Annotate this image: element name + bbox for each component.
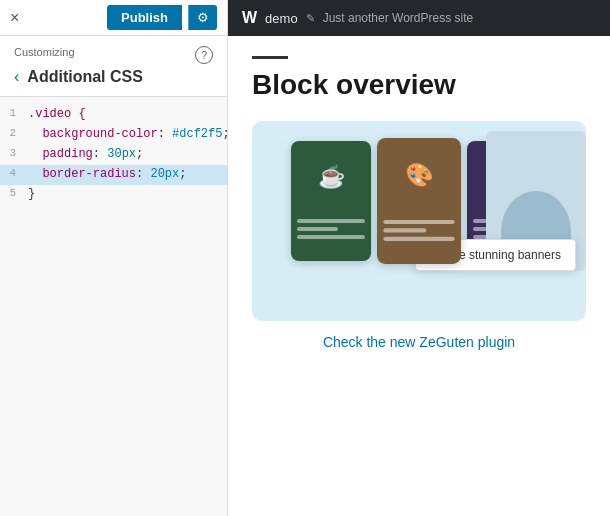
card-text-1 [291,213,371,249]
promo-box: ☕ 🎨 🌙 [252,121,586,321]
code-line-4: 4 border-radius: 20px; [0,165,227,185]
top-bar-actions: Publish ⚙ [107,5,217,30]
line-number: 5 [0,185,24,205]
separator [252,56,288,59]
text-line [383,220,454,224]
line-number: 4 [0,165,24,185]
customizing-label: Customizing [14,46,75,58]
customizing-header: Customizing ? [0,36,227,64]
text-line [297,219,365,223]
code-content: border-radius: 20px; [24,165,227,185]
site-logo: W [242,9,257,27]
code-line-5: 5 } [0,185,227,205]
section-title: Additional CSS [27,68,143,86]
site-description: Just another WordPress site [323,11,474,25]
site-topbar: W demo ✎ Just another WordPress site [228,0,610,36]
close-icon[interactable]: × [10,10,19,26]
card-text-2 [377,214,461,252]
line-number: 2 [0,125,24,145]
back-arrow-icon[interactable]: ‹ [14,68,19,86]
promo-link-container: Check the new ZeGuten plugin [252,333,586,351]
settings-button[interactable]: ⚙ [188,5,217,30]
line-number: 1 [0,105,24,125]
text-line [383,237,454,241]
text-line [297,235,365,239]
site-name: demo [265,11,298,26]
line-number: 3 [0,145,24,165]
code-content: padding: 30px; [24,145,227,165]
code-line-3: 3 padding: 30px; [0,145,227,165]
promo-link[interactable]: Check the new ZeGuten plugin [323,334,515,350]
site-content: Block overview ☕ 🎨 [228,36,610,516]
code-line-1: 1 .video { [0,105,227,125]
top-bar: × Publish ⚙ [0,0,227,36]
help-icon[interactable]: ? [195,46,213,64]
section-header: ‹ Additional CSS [0,64,227,96]
code-content: } [24,185,227,205]
text-line [383,228,426,232]
css-code-editor[interactable]: 1 .video { 2 background-color: #dcf2f5; … [0,96,227,516]
site-preview: W demo ✎ Just another WordPress site Blo… [228,0,610,516]
code-line-2: 2 background-color: #dcf2f5; [0,125,227,145]
edit-site-icon[interactable]: ✎ [306,12,315,25]
page-title: Block overview [252,69,586,101]
banner-card-2: 🎨 [377,138,461,264]
card-image-2: 🎨 [377,138,461,214]
customizer-panel: × Publish ⚙ Customizing ? ‹ Additional C… [0,0,228,516]
card-image-1: ☕ [291,141,371,213]
banner-card-1: ☕ [291,141,371,261]
code-content: .video { [24,105,227,125]
publish-button[interactable]: Publish [107,5,182,30]
text-line [297,227,338,231]
code-content: background-color: #dcf2f5; [24,125,227,145]
